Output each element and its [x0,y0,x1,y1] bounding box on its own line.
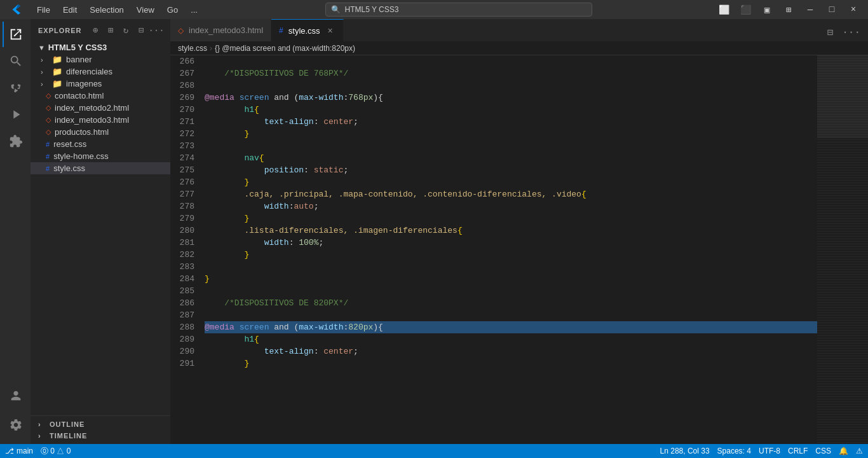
line-numbers: 2662672682692702712722732742752762772782… [170,55,200,444]
line-number: 270 [170,104,194,116]
sidebar-header: EXPLORER ⊕ ⊞ ↻ ⊟ ··· [31,19,170,41]
tree-file-index2[interactable]: ◇ index_metodo2.html [31,102,170,114]
line-number: 281 [170,237,194,249]
root-label: HTML5 Y CSS3 [48,43,107,52]
code-line: @media screen and (max-width:768px){ [205,92,817,104]
tree-file-reset[interactable]: # reset.css [31,138,170,150]
language-status[interactable]: CSS [815,447,831,455]
cursor-position-status[interactable]: Ln 288, Col 33 [660,447,710,455]
extensions-activity-icon[interactable] [3,128,28,154]
encoding-status[interactable]: UTF-8 [759,447,780,455]
maximize-button[interactable]: □ [822,0,841,19]
menu-more[interactable]: ... [184,0,204,19]
settings-activity-icon[interactable] [3,412,28,438]
tree-file-index3[interactable]: ◇ index_metodo3.html [31,114,170,126]
tree-folder-diferenciales[interactable]: › 📁 diferenciales [31,66,170,78]
code-line: .caja, .principal, .mapa-contenido, .con… [205,188,817,200]
more-tabs-icon[interactable]: ··· [839,24,863,41]
line-number: 290 [170,345,194,357]
sidebar: EXPLORER ⊕ ⊞ ↻ ⊟ ··· ▼ HTML5 Y CSS3 › 📁 … [31,19,170,444]
tab-label: index_metodo3.html [189,25,263,35]
line-number: 280 [170,225,194,237]
tree-file-style[interactable]: # style.css [31,162,170,174]
tree-file-stylehome[interactable]: # style-home.css [31,150,170,162]
new-file-icon[interactable]: ⊕ [89,24,102,37]
error-warning-status[interactable]: ⓪ 0 △ 0 [41,446,71,457]
line-number: 272 [170,128,194,140]
code-line [205,285,817,297]
menu-edit[interactable]: Edit [57,0,83,19]
layout-icon-1[interactable]: ⬜ [714,0,733,19]
breadcrumb-file[interactable]: style.css [178,44,207,53]
code-line: position: static; [205,164,817,176]
search-box[interactable]: 🔍 HTML5 Y CSS3 [325,3,592,17]
code-line: } [205,249,817,261]
tree-folder-banner[interactable]: › 📁 banner [31,53,170,66]
line-number: 288 [170,321,194,333]
timeline-chevron-icon: › [38,432,46,440]
outline-label: OUTLINE [50,420,85,428]
outline-section[interactable]: › OUTLINE [31,419,170,430]
new-folder-icon[interactable]: ⊞ [104,24,117,37]
collapse-icon[interactable]: ⊟ [135,24,147,37]
line-number: 277 [170,188,194,200]
source-control-activity-icon[interactable] [3,75,28,101]
line-number: 285 [170,285,194,297]
tree-folder-imagenes[interactable]: › 📁 imagenes [31,78,170,90]
refresh-icon[interactable]: ↻ [119,24,132,37]
code-line [205,80,817,92]
account-activity-icon[interactable] [3,383,28,408]
code-line: width:auto; [205,200,817,212]
tab-style[interactable]: # style.css × [271,19,344,41]
indentation-status[interactable]: Spaces: 4 [717,447,751,455]
titlebar: File Edit Selection View Go ... 🔍 HTML5 … [0,0,868,19]
close-button[interactable]: × [844,0,863,19]
code-line: @media screen and (max-width:820px){ [205,321,817,333]
explorer-activity-icon[interactable] [3,22,28,47]
git-branch-label: main [17,447,33,455]
layout-icon-3[interactable]: ▣ [757,0,776,19]
git-branch-status[interactable]: ⎇ main [5,447,33,455]
more-actions-icon[interactable]: ··· [150,24,163,37]
line-number: 276 [170,176,194,188]
tree-file-productos[interactable]: ◇ productos.html [31,126,170,138]
menu-file[interactable]: File [31,0,57,19]
code-content[interactable]: /*DISPOSITIVOS DE 768PX*/ @media screen … [200,55,817,444]
minimize-button[interactable]: — [801,0,820,19]
code-editor[interactable]: 2662672682692702712722732742752762772782… [170,55,868,444]
tab-index3[interactable]: ◇ index_metodo3.html [170,19,271,41]
activity-bottom [3,383,28,444]
line-number: 267 [170,67,194,80]
line-number: 271 [170,116,194,128]
search-activity-icon[interactable] [3,48,28,74]
line-endings-status[interactable]: CRLF [788,447,808,455]
file-label: index_metodo3.html [55,115,129,125]
layout-icon-2[interactable]: ⬛ [736,0,755,19]
breadcrumb-sep: › [210,44,212,53]
breadcrumb: style.css › {} @media screen and (max-wi… [170,41,868,55]
menu-view[interactable]: View [130,0,161,19]
tab-label: style.css [288,26,320,36]
warnings-icon[interactable]: ⚠ [856,447,863,455]
sidebar-title: EXPLORER [38,27,82,34]
split-editor-icon[interactable]: ⊟ [825,24,836,41]
code-line: } [205,128,817,140]
run-activity-icon[interactable] [3,102,28,127]
tab-close-icon[interactable]: × [325,25,336,36]
status-left: ⎇ main ⓪ 0 △ 0 [5,446,71,457]
timeline-section[interactable]: › TIMELINE [31,430,170,441]
menu-selection[interactable]: Selection [83,0,130,19]
tree-file-contacto[interactable]: ◇ contacto.html [31,90,170,102]
layout-icon-4[interactable]: ⊞ [779,0,798,19]
line-number: 268 [170,80,194,92]
breadcrumb-context[interactable]: {} @media screen and (max-width:820px) [215,44,355,53]
line-number: 269 [170,92,194,104]
menu-go[interactable]: Go [161,0,184,19]
css-file-icon: # [46,165,50,172]
minimap[interactable] [817,55,868,444]
menu-bar: File Edit Selection View Go ... [31,0,204,19]
main-layout: EXPLORER ⊕ ⊞ ↻ ⊟ ··· ▼ HTML5 Y CSS3 › 📁 … [0,19,868,444]
notifications-icon[interactable]: 🔔 [839,447,848,455]
tree-root-html5css3[interactable]: ▼ HTML5 Y CSS3 [31,41,170,53]
code-line: /*DISPOSITIVOS DE 820PX*/ [205,297,817,309]
